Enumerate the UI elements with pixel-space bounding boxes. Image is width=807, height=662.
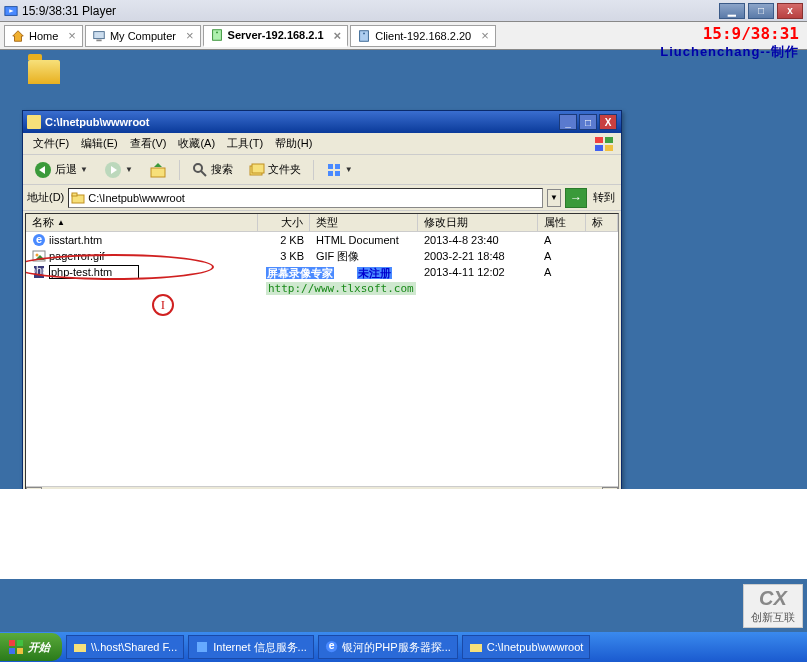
start-button[interactable]: 开始	[0, 633, 62, 661]
search-icon	[192, 162, 208, 178]
svg-rect-10	[605, 137, 613, 143]
svg-rect-37	[17, 640, 23, 646]
menu-file[interactable]: 文件(F)	[27, 134, 75, 153]
search-label: 搜索	[211, 162, 233, 177]
file-date: 2013-4-11 12:02	[418, 266, 538, 278]
tab-label: Home	[29, 30, 58, 42]
file-rename-input[interactable]	[49, 265, 139, 279]
folder-icon	[27, 115, 41, 129]
menu-favorites[interactable]: 收藏(A)	[172, 134, 221, 153]
folders-button[interactable]: 文件夹	[242, 159, 308, 181]
back-arrow-icon	[34, 161, 52, 179]
column-tag[interactable]: 标	[586, 214, 618, 231]
column-header-row: 名称▲ 大小 类型 修改日期 属性 标	[26, 214, 618, 232]
folder-icon	[469, 640, 483, 654]
tab-close-icon[interactable]: ×	[186, 29, 194, 42]
address-input-wrap[interactable]	[68, 188, 543, 208]
column-name[interactable]: 名称▲	[26, 214, 258, 231]
column-size[interactable]: 大小	[258, 214, 310, 231]
svg-rect-12	[605, 145, 613, 151]
task-label: Internet 信息服务...	[213, 640, 307, 655]
client-icon	[357, 29, 371, 43]
folder-icon	[73, 640, 87, 654]
folder-icon	[71, 191, 85, 205]
dropdown-arrow-icon: ▼	[80, 165, 88, 174]
forward-button[interactable]: ▼	[97, 158, 140, 182]
svg-rect-26	[335, 171, 340, 176]
explorer-window: C:\Inetpub\wwwroot _ □ X 文件(F) 编辑(E) 查看(…	[22, 110, 622, 506]
tab-client[interactable]: Client-192.168.2.20 ×	[350, 25, 496, 47]
search-button[interactable]: 搜索	[185, 159, 240, 181]
svg-rect-38	[9, 648, 15, 654]
player-max-button[interactable]: □	[748, 3, 774, 19]
svg-rect-24	[335, 164, 340, 169]
recorder-watermark: 屏幕录像专家 未注册 http://www.tlxsoft.com	[266, 266, 416, 295]
menu-edit[interactable]: 编辑(E)	[75, 134, 124, 153]
file-name: pagerror.gif	[49, 250, 105, 262]
start-label: 开始	[28, 640, 50, 655]
taskbar-item[interactable]: \\.host\Shared F...	[66, 635, 184, 659]
file-type: GIF 图像	[310, 249, 418, 264]
column-type[interactable]: 类型	[310, 214, 418, 231]
file-row[interactable]: e iisstart.htm 2 KB HTML Document 2013-4…	[26, 232, 618, 248]
menu-tools[interactable]: 工具(T)	[221, 134, 269, 153]
menu-view[interactable]: 查看(V)	[124, 134, 173, 153]
task-label: C:\Inetpub\wwwroot	[487, 641, 584, 653]
tab-mycomputer[interactable]: My Computer ×	[85, 25, 201, 47]
separator	[313, 160, 314, 180]
window-close-button[interactable]: X	[599, 114, 617, 130]
toolbar: 后退 ▼ ▼ 搜索 文件夹 ▼	[23, 155, 621, 185]
file-attr: A	[538, 250, 586, 262]
svg-text:e: e	[36, 233, 42, 245]
desktop-icon-mailbox[interactable]	[20, 60, 68, 84]
taskbar-item[interactable]: C:\Inetpub\wwwroot	[462, 635, 591, 659]
address-dropdown-button[interactable]: ▼	[547, 189, 561, 207]
folders-label: 文件夹	[268, 162, 301, 177]
explorer-titlebar[interactable]: C:\Inetpub\wwwroot _ □ X	[23, 111, 621, 133]
folders-icon	[249, 162, 265, 178]
up-folder-icon	[149, 161, 167, 179]
column-modified[interactable]: 修改日期	[418, 214, 538, 231]
address-input[interactable]	[88, 192, 540, 204]
tab-close-icon[interactable]: ×	[481, 29, 489, 42]
taskbar: 开始 \\.host\Shared F... Internet 信息服务... …	[0, 632, 807, 662]
svg-rect-25	[328, 171, 333, 176]
tab-close-icon[interactable]: ×	[334, 29, 342, 42]
file-attr: A	[538, 234, 586, 246]
taskbar-item[interactable]: Internet 信息服务...	[188, 635, 314, 659]
banner-clock: 15:9/38:31	[660, 24, 799, 43]
tab-close-icon[interactable]: ×	[68, 29, 76, 42]
window-min-button[interactable]: _	[559, 114, 577, 130]
back-button[interactable]: 后退 ▼	[27, 158, 95, 182]
file-row[interactable]: pagerror.gif 3 KB GIF 图像 2003-2-21 18:48…	[26, 248, 618, 264]
watermark-title: 屏幕录像专家	[266, 267, 334, 279]
task-label: 银河的PHP服务器探...	[342, 640, 451, 655]
tab-server[interactable]: Server-192.168.2.1 ×	[203, 25, 349, 47]
file-type: HTML Document	[310, 234, 418, 246]
file-listview[interactable]: 名称▲ 大小 类型 修改日期 属性 标 e iisstart.htm 2 KB …	[25, 213, 619, 503]
svg-rect-17	[151, 168, 165, 177]
player-title: 15:9/38:31 Player	[22, 4, 116, 18]
watermark-unreg: 未注册	[357, 267, 392, 279]
player-min-button[interactable]: ▁	[719, 3, 745, 19]
window-max-button[interactable]: □	[579, 114, 597, 130]
svg-text:php: php	[32, 265, 46, 276]
column-attributes[interactable]: 属性	[538, 214, 586, 231]
svg-line-20	[201, 171, 206, 176]
windows-flag-icon	[8, 639, 24, 655]
svg-rect-4	[96, 39, 101, 41]
menu-help[interactable]: 帮助(H)	[269, 134, 318, 153]
file-date: 2003-2-21 18:48	[418, 250, 538, 262]
taskbar-item[interactable]: e 银河的PHP服务器探...	[318, 635, 458, 659]
svg-rect-7	[360, 30, 369, 41]
folder-icon	[28, 60, 60, 84]
views-button[interactable]: ▼	[319, 159, 360, 181]
svg-rect-40	[74, 644, 86, 652]
player-close-button[interactable]: x	[777, 3, 803, 19]
publisher-logo: CX 创新互联	[743, 584, 803, 628]
file-size: 2 KB	[258, 234, 310, 246]
tab-home[interactable]: Home ×	[4, 25, 83, 47]
window-title: C:\Inetpub\wwwroot	[45, 116, 149, 128]
go-button[interactable]: →	[565, 188, 587, 208]
up-button[interactable]	[142, 158, 174, 182]
